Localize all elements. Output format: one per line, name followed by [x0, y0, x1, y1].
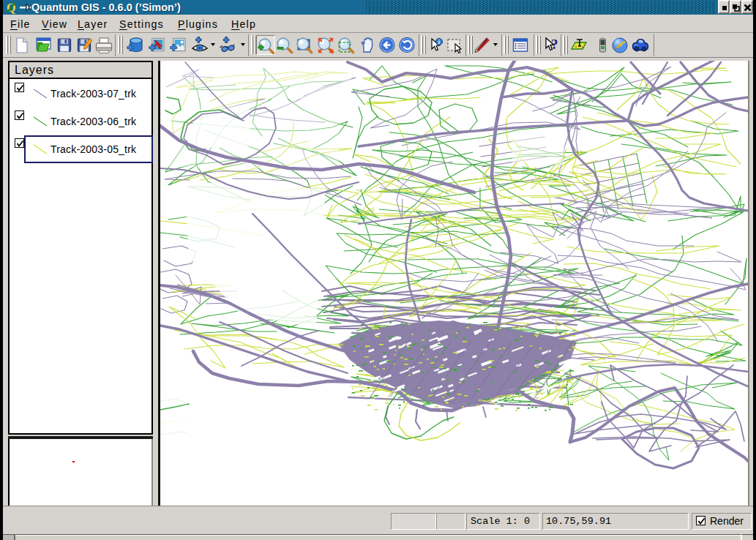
svg-text:?: ?: [551, 37, 558, 52]
